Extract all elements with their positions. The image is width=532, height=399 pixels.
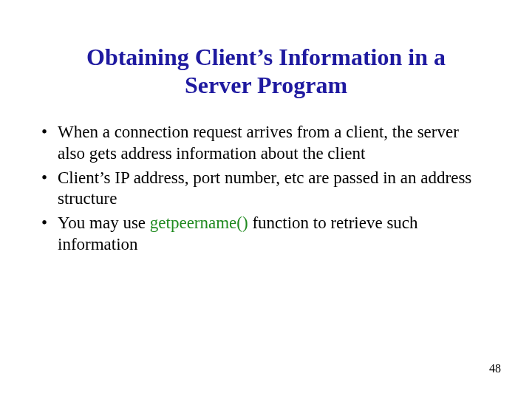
slide: Obtaining Client’s Information in a Serv…	[0, 0, 532, 399]
title-line-2: Server Program	[185, 72, 347, 98]
slide-title: Obtaining Client’s Information in a Serv…	[0, 43, 532, 100]
slide-body: When a connection request arrives from a…	[37, 122, 488, 259]
bullet-text: Client’s IP address, port number, etc ar…	[58, 168, 471, 208]
bullet-text-pre: You may use	[58, 214, 150, 232]
bullet-text: When a connection request arrives from a…	[58, 123, 459, 163]
page-number: 48	[489, 362, 501, 375]
bullet-item: When a connection request arrives from a…	[37, 122, 488, 165]
bullet-list: When a connection request arrives from a…	[37, 122, 488, 256]
bullet-item: You may use getpeername() function to re…	[37, 213, 488, 256]
function-name: getpeername()	[150, 214, 248, 232]
title-line-1: Obtaining Client’s Information in a	[86, 44, 446, 70]
bullet-item: Client’s IP address, port number, etc ar…	[37, 168, 488, 211]
